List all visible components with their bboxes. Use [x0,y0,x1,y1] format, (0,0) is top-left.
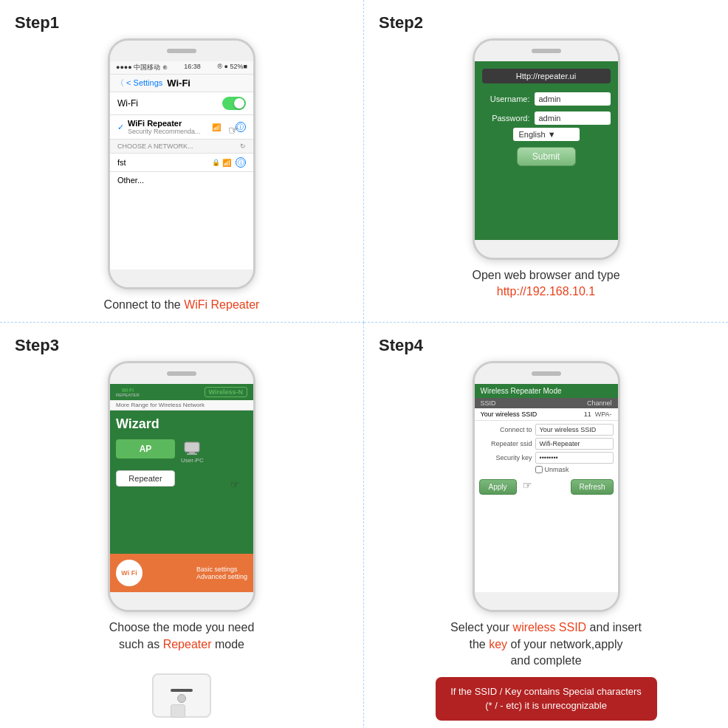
wifi-device-image [148,659,215,718]
repeater-screen: Wireless Repeater Mode SSID Channel Your… [475,384,618,592]
encryption-value: WPA- [595,411,612,418]
unmask-row: Unmask [479,466,614,473]
password-row: Password: admin [482,111,611,125]
login-form: Username: admin Password: admin [482,92,611,125]
fst-network-row[interactable]: fst 🔒 📶 ⓘ [110,154,253,172]
step3-caption-plain: such as [119,638,163,650]
refresh-button[interactable]: Refresh [571,479,613,495]
ap-button[interactable]: AP [116,439,175,459]
step2-caption-line1: Open web browser and type [472,267,619,284]
fst-info-button[interactable]: ⓘ [236,157,246,168]
refresh-icon: ↻ [240,142,246,150]
basic-settings-label: Basic settings [196,566,247,573]
repeater-button-row: Apply ☞ Refresh [475,476,618,498]
orange-section-content: Wi Fi Basic settings Advanced setting [116,560,247,586]
wifi-nav-bar: 〈 < Settings Wi-Fi [110,75,253,92]
wifi-toggle-label: Wi-Fi [117,98,138,109]
step1-caption-plain: Connect to the [104,298,185,311]
phone-speaker-2 [532,49,561,53]
security-key-label: Security key [479,454,532,461]
wifi-signal-icon: 📶 [212,123,221,131]
wifi-fi-text: Wi Fi [121,569,137,577]
repeater-config-form: Connect to Your wireless SSID Repeater s… [475,421,618,476]
unmask-checkbox[interactable] [535,466,543,473]
language-select[interactable]: English ▼ [513,128,580,141]
phone-speaker-3 [167,371,196,376]
step3-screen: Wi·Fi REPEATER Wireless-N More Range for… [110,384,253,592]
wifi-circle-logo: Wi Fi [116,560,142,586]
security-key-value[interactable]: •••••••• [535,452,614,464]
repeater-ssid-value[interactable]: Wifi-Repeater [535,438,614,450]
user-pc-label: User-PC [181,457,204,464]
choose-network-label: CHOOSE A NETWORK... [117,142,193,150]
step1-quadrant: Step1 ●●●● 中国移动 ⊕ 16:38 ® ● 52%■ 〈 < Set… [0,0,364,323]
wifi-title: Wi-Fi [167,78,190,89]
step1-label: Step1 [15,13,59,32]
step2-phone-bottom [475,240,618,258]
back-button[interactable]: 〈 < Settings [116,78,162,89]
ssid-table-row[interactable]: Your wireless SSID 11 WPA- [475,408,618,421]
wifi-toggle[interactable] [222,97,246,110]
wireless-n-badge: Wireless-N [205,387,247,397]
security-key-row: Security key •••••••• [479,452,614,464]
step4-quadrant: Step4 Wireless Repeater Mode SSID Channe… [364,323,728,728]
notice-box: If the SSID / Key contains Special chara… [436,677,657,721]
wireless-ssid-highlight: wireless SSID [513,621,587,633]
repeater-table-subheader: SSID Channel [475,398,618,408]
step3-caption-highlight: Repeater [163,638,212,650]
wizard-body: Wizard AP User-PC [110,411,253,554]
other-network-label: Other... [117,176,144,185]
user-pc-icon: User-PC [181,441,204,464]
step2-phone: Http://repeater.ui Username: admin Passw… [473,38,620,260]
phone-speaker [167,49,196,53]
device-port-top [171,689,193,692]
submit-button[interactable]: Submit [517,147,576,166]
channel-value: 11 [580,411,595,418]
step4-screen: Wireless Repeater Mode SSID Channel Your… [475,384,618,592]
username-label: Username: [482,95,530,103]
password-input[interactable]: admin [535,111,611,125]
url-bar: Http://repeater.ui [482,69,611,83]
step4-phone-top [475,363,618,384]
connect-to-row: Connect to Your wireless SSID [479,424,614,436]
step4-caption-line2: the key of your network,apply [450,636,642,653]
connect-to-value: Your wireless SSID [535,424,614,436]
lock-icon: 🔒 [212,159,220,166]
device-circle [177,694,186,703]
apply-button[interactable]: Apply [479,479,517,495]
step2-quadrant: Step2 Http://repeater.ui Username: admin… [364,0,728,323]
username-input[interactable]: admin [535,92,611,106]
cursor-icon-repeater: ☞ [230,478,240,490]
step4-phone-bottom [475,592,618,610]
step4-phone: Wireless Repeater Mode SSID Channel Your… [473,361,620,612]
step3-phone-top [110,363,253,384]
wizard-tagline: More Range for Wireless Network [110,400,253,411]
step2-phone-top [475,41,618,61]
step3-quadrant: Step3 Wi·Fi REPEATER Wireless-N More Ran… [0,323,364,728]
svg-rect-2 [187,453,197,455]
repeater-table-header: Wireless Repeater Mode [475,384,618,398]
repeater-button[interactable]: Repeater [116,470,175,487]
carrier-info: ●●●● 中国移动 ⊕ [116,63,168,72]
wifi-repeater-name: WiFi Repeater [128,119,201,128]
wizard-wifi-orange: Wi Fi Basic settings Advanced setting [110,554,253,592]
svg-rect-0 [185,442,199,452]
notice-text: If the SSID / Key contains Special chara… [450,686,642,712]
ssid-col-header: SSID [481,399,496,407]
step4-label: Step4 [379,336,423,355]
selected-network-info: WiFi Repeater Security Recommenda... [128,119,201,135]
status-bar: ●●●● 中国移动 ⊕ 16:38 ® ● 52%■ [110,61,253,75]
settings-label: < Settings [126,78,162,87]
other-network-row[interactable]: Other... [110,172,253,188]
selected-network-row[interactable]: ✓ WiFi Repeater Security Recommenda... 📶… [110,115,253,140]
repeater-sub-text: REPEATER [116,393,140,397]
cursor-icon-apply: ☞ [523,479,532,495]
wifi-fi-logo: Wi·Fi REPEATER [116,388,140,397]
step4-caption-line1: Select your wireless SSID and insert [450,619,642,636]
step3-caption-mode: mode [211,638,244,650]
repeater-ssid-row: Repeater ssid Wifi-Repeater [479,438,614,450]
orange-settings: Basic settings Advanced setting [196,566,247,580]
checkmark-icon: ✓ [117,123,124,132]
wizard-screen: Wi·Fi REPEATER Wireless-N More Range for… [110,384,253,592]
step1-caption: Connect to the WiFi Repeater [104,297,260,313]
